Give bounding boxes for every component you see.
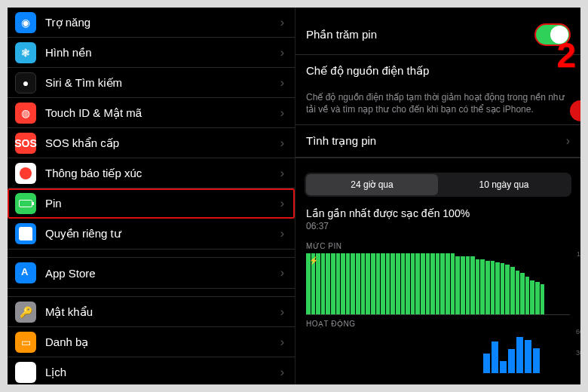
- battery-level-bar: [470, 256, 475, 314]
- battery-level-bar: [541, 284, 545, 315]
- battery-level-bar: [461, 256, 465, 314]
- battery-level-bar: [530, 280, 534, 314]
- battery-level-bar: [520, 273, 525, 314]
- activity-bar: [492, 341, 498, 373]
- settings-row-sos[interactable]: SOSSOS khẩn cấp›: [8, 128, 295, 158]
- settings-row-touchid[interactable]: ◍Touch ID & Mật mã›: [8, 98, 295, 128]
- activity-bar: [483, 354, 490, 373]
- battery-level-bar: [406, 253, 410, 314]
- chevron-right-icon: ›: [280, 266, 284, 280]
- battery-level-bar: [361, 253, 366, 314]
- battery-level-bar: [331, 253, 335, 314]
- segment-10d[interactable]: 10 ngày qua: [438, 174, 570, 195]
- battery-level-bar: [476, 259, 480, 314]
- charging-bolt-icon: ⚡: [309, 256, 318, 265]
- touchid-icon: ◍: [15, 103, 36, 124]
- ylabel-30: 30 phút: [576, 349, 580, 357]
- ylabel-60: 60 phút: [576, 328, 580, 335]
- calendar-icon: ▭: [15, 362, 36, 383]
- wallpaper-label: Hình nền: [45, 46, 280, 60]
- row-low-power-mode[interactable]: Chế độ nguồn điện thấp: [296, 55, 580, 87]
- settings-row-siri[interactable]: ●Siri & Tìm kiếm›: [8, 68, 295, 98]
- contacts-label: Danh bạ: [45, 335, 280, 349]
- activity-bar: [500, 361, 507, 374]
- row-battery-percentage[interactable]: Phần trăm pin: [296, 15, 580, 55]
- battery-level-bar: [396, 253, 400, 314]
- battery-level-bar: [426, 253, 430, 314]
- battery-level-bar: [415, 253, 420, 314]
- battery-level-bar: [516, 271, 520, 314]
- chevron-right-icon: ›: [566, 134, 570, 148]
- battery-level-bar: [341, 253, 345, 314]
- activity-bar: [533, 348, 540, 374]
- battery-label: Pin: [45, 197, 280, 210]
- battery-level-bar: [446, 253, 450, 314]
- battery-level-bar: [386, 253, 390, 314]
- battery-level-bar: [436, 253, 440, 314]
- last-charge-title: Lần gần nhất được sạc đến 100%: [296, 204, 580, 221]
- appstore-label: App Store: [45, 267, 280, 280]
- chevron-right-icon: ›: [280, 46, 284, 60]
- battery-level-bar: [485, 261, 490, 314]
- settings-row-privacy[interactable]: Quyền riêng tư›: [8, 219, 295, 249]
- battery-level-bar: [381, 253, 385, 314]
- chevron-right-icon: ›: [280, 136, 284, 150]
- low-power-mode-description: Chế độ nguồn điện thấp tạm thời giảm hoạ…: [296, 87, 580, 124]
- battery-level-bar: [440, 253, 445, 314]
- siri-icon: ●: [15, 72, 36, 93]
- siri-label: Siri & Tìm kiếm: [45, 76, 280, 90]
- low-power-mode-label: Chế độ nguồn điện thấp: [306, 64, 570, 78]
- battery-health-label: Tình trạng pin: [306, 134, 566, 148]
- activity-label: HOẠT ĐỘNG: [296, 315, 580, 331]
- battery-level-bar: [411, 253, 415, 314]
- touchid-label: Touch ID & Mật mã: [45, 106, 280, 120]
- passwords-label: Mật khẩu: [45, 305, 280, 319]
- battery-level-bar: [356, 253, 360, 314]
- settings-row-exposure[interactable]: Thông báo tiếp xúc›: [8, 158, 295, 188]
- battery-level-bar: [401, 253, 406, 314]
- segment-24h[interactable]: 24 giờ qua: [306, 174, 438, 195]
- last-charge-time: 06:37: [296, 221, 580, 237]
- accessibility-icon: ◉: [15, 12, 36, 33]
- battery-level-bar: [376, 253, 381, 314]
- battery-level-bar: [451, 253, 455, 314]
- settings-row-battery[interactable]: Pin›: [8, 188, 295, 219]
- settings-row-appstore[interactable]: App Store›: [8, 258, 295, 288]
- battery-percentage-label: Phần trăm pin: [306, 28, 535, 41]
- battery-level-bar: [455, 256, 460, 314]
- battery-level-bar: [390, 253, 395, 314]
- ylabel-100: 100%: [577, 250, 580, 258]
- chevron-right-icon: ›: [280, 335, 284, 349]
- exposure-icon: [15, 163, 36, 184]
- exposure-label: Thông báo tiếp xúc: [45, 167, 280, 180]
- chevron-right-icon: ›: [280, 366, 284, 379]
- battery-level-bar: [480, 259, 485, 314]
- battery-level-bar: [430, 253, 435, 314]
- chevron-right-icon: ›: [280, 16, 284, 29]
- chevron-right-icon: ›: [280, 167, 284, 180]
- chevron-right-icon: ›: [280, 106, 284, 120]
- battery-level-bar: [326, 253, 330, 314]
- annotation-step-2: 2: [556, 35, 576, 75]
- battery-level-bar: [501, 263, 505, 314]
- calendar-label: Lịch: [45, 366, 280, 379]
- settings-row-wallpaper[interactable]: ❃Hình nền›: [8, 38, 295, 68]
- passwords-icon: 🔑: [15, 302, 36, 323]
- privacy-label: Quyền riêng tư: [45, 227, 280, 240]
- chevron-right-icon: ›: [280, 197, 284, 210]
- time-range-segment[interactable]: 24 giờ qua 10 ngày qua: [305, 173, 571, 197]
- battery-level-bar: [535, 282, 540, 315]
- activity-bar: [508, 349, 515, 374]
- activity-chart: 60 phút 30 phút: [306, 331, 570, 373]
- row-battery-health[interactable]: Tình trạng pin ›: [296, 125, 580, 158]
- sos-label: SOS khẩn cấp: [45, 136, 280, 150]
- battery-icon: [15, 193, 36, 214]
- settings-row-contacts[interactable]: ▭Danh bạ›: [8, 327, 295, 357]
- appstore-icon: [15, 262, 36, 283]
- accessibility-label: Trợ năng: [45, 16, 280, 29]
- settings-row-accessibility[interactable]: ◉Trợ năng›: [8, 8, 295, 38]
- settings-row-calendar[interactable]: ▭Lịch›: [8, 357, 295, 384]
- settings-row-passwords[interactable]: 🔑Mật khẩu›: [8, 297, 295, 327]
- settings-group-2: 🔑Mật khẩu›▭Danh bạ›▭Lịch›: [8, 296, 295, 384]
- battery-level-bar: [525, 277, 530, 314]
